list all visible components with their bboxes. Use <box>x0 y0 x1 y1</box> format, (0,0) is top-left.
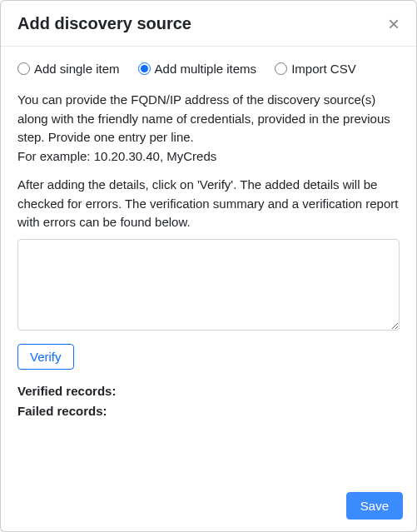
instructions-paragraph-2: After adding the details, click on 'Veri… <box>17 176 400 232</box>
textarea-container <box>17 239 400 334</box>
radio-add-single-item[interactable]: Add single item <box>17 62 120 76</box>
instructions-example: For example: 10.20.30.40, MyCreds <box>17 149 216 163</box>
records-summary: Verified records: Failed records: <box>17 381 400 421</box>
verified-records-label: Verified records: <box>17 384 116 398</box>
verified-records-row: Verified records: <box>17 381 400 401</box>
failed-records-label: Failed records: <box>17 404 107 418</box>
close-button[interactable]: × <box>388 14 400 34</box>
modal-footer: Save <box>1 482 416 531</box>
add-discovery-source-modal: Add discovery source × Add single item A… <box>0 0 417 532</box>
radio-single-label: Add single item <box>34 62 120 76</box>
instructions-paragraph-1: You can provide the FQDN/IP address of t… <box>17 91 400 166</box>
modal-title: Add discovery source <box>17 14 191 33</box>
save-button[interactable]: Save <box>346 492 403 520</box>
discovery-sources-textarea[interactable] <box>17 239 400 331</box>
radio-csv-label: Import CSV <box>291 62 356 76</box>
radio-csv-input[interactable] <box>275 62 287 75</box>
instructions-main: You can provide the FQDN/IP address of t… <box>17 92 390 144</box>
failed-records-row: Failed records: <box>17 401 400 421</box>
verify-button[interactable]: Verify <box>17 344 74 370</box>
mode-radio-group: Add single item Add multiple items Impor… <box>17 62 400 76</box>
radio-multiple-label: Add multiple items <box>155 62 257 76</box>
radio-import-csv[interactable]: Import CSV <box>275 62 356 76</box>
modal-body: Add single item Add multiple items Impor… <box>1 47 416 482</box>
radio-multiple-input[interactable] <box>138 62 151 75</box>
radio-add-multiple-items[interactable]: Add multiple items <box>138 62 257 76</box>
radio-single-input[interactable] <box>17 62 30 75</box>
modal-header: Add discovery source × <box>1 1 416 47</box>
